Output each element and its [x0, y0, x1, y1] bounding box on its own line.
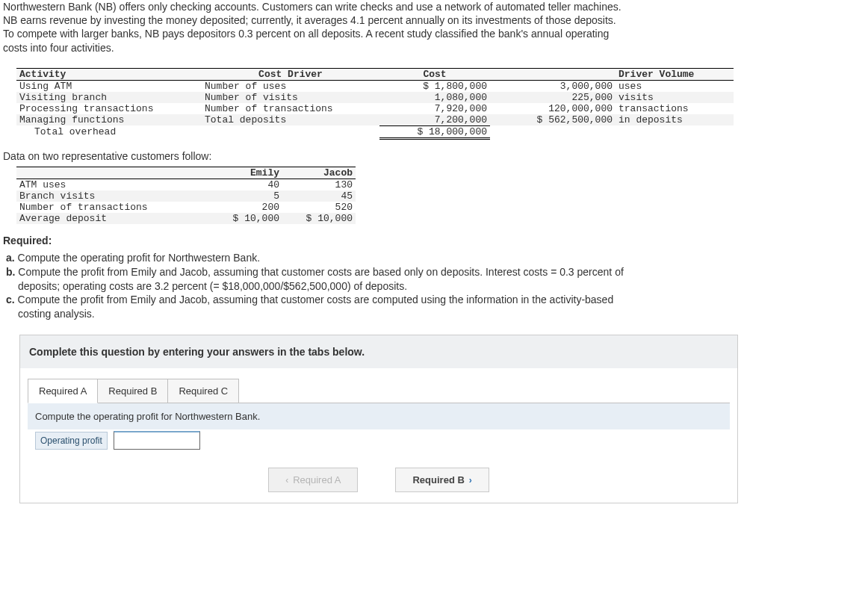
table-row: Number of transactions200520	[16, 202, 356, 213]
tab-bar: Required A Required B Required C	[20, 368, 737, 403]
answer-box: Complete this question by entering your …	[19, 335, 738, 503]
operating-profit-input[interactable]	[114, 431, 200, 450]
table-row: ATM uses40130	[16, 179, 356, 190]
customers-heading: Data on two representative customers fol…	[3, 150, 868, 162]
table-row: Visiting branch Number of visits 1,080,0…	[16, 92, 734, 103]
panel-description: Compute the operating profit for Northwe…	[28, 403, 730, 429]
activity-cost-table: Activity Cost Driver Cost Driver Volume …	[16, 68, 734, 140]
table-row: Average deposit$ 10,000$ 10,000	[16, 213, 356, 224]
table-total-row: Total overhead $ 18,000,000	[16, 125, 734, 138]
tab-required-a[interactable]: Required A	[28, 379, 98, 403]
chevron-left-icon: ‹	[285, 475, 288, 485]
instruction-bar: Complete this question by entering your …	[20, 335, 737, 368]
next-button[interactable]: Required B ›	[395, 468, 489, 492]
operating-profit-label: Operating profit	[35, 432, 108, 450]
chevron-right-icon: ›	[469, 475, 472, 485]
prev-button: ‹ Required A	[268, 468, 358, 492]
table-row: Branch visits545	[16, 190, 356, 202]
tab-required-c[interactable]: Required C	[167, 379, 239, 403]
required-heading: Required:	[3, 235, 868, 246]
tab-required-b[interactable]: Required B	[97, 379, 168, 403]
table-row: Processing transactions Number of transa…	[16, 103, 734, 114]
table-row: Managing functions Total deposits 7,200,…	[16, 114, 734, 126]
customer-table: Emily Jacob ATM uses40130 Branch visits5…	[16, 167, 356, 224]
intro-text: Northwestern Bank (NB) offers only check…	[3, 0, 868, 55]
required-list: a. Compute the operating profit for Nort…	[6, 251, 868, 321]
table-row: Using ATM Number of uses $ 1,800,000 3,0…	[16, 80, 734, 92]
